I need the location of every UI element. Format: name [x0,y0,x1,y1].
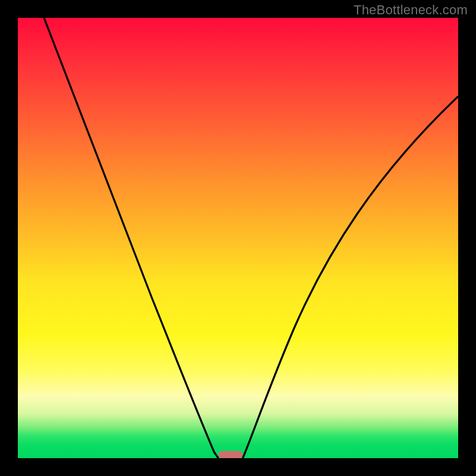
watermark-text: TheBottleneck.com [353,2,468,18]
left-curve [44,18,218,458]
right-curve [243,96,458,458]
chart-frame: TheBottleneck.com [0,0,476,476]
optimal-marker [218,451,243,458]
bottleneck-curves [18,18,458,458]
plot-area [18,18,458,458]
